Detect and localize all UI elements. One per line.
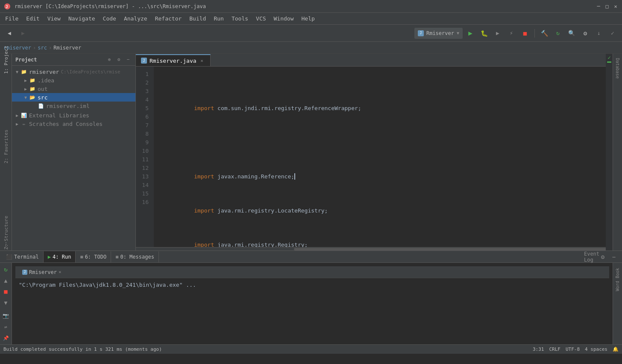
vcs-update-btn[interactable]: ↓	[593, 27, 605, 39]
tree-item-scratches[interactable]: ▶ ✏️ Scratches and Consoles	[12, 119, 135, 128]
tree-item-idea[interactable]: ▶ 📁 .idea	[12, 76, 135, 84]
run-restart-btn[interactable]: ↻	[1, 265, 11, 274]
sync-button[interactable]: ↻	[552, 27, 564, 39]
favorites-tool-btn[interactable]: 2: Favorites	[1, 141, 11, 151]
run-wrap-btn[interactable]: ⇌	[1, 322, 11, 332]
tree-item-iml[interactable]: ▶ 📄 rmiserver.iml	[12, 102, 135, 110]
title-left: J rmiserver [C:\IdeaProjects\rmiserver] …	[3, 3, 206, 10]
scrollbar-thumb[interactable]	[294, 248, 606, 250]
sidebar-settings-btn[interactable]: ⚙	[115, 56, 123, 64]
tree-item-root[interactable]: ▼ 📁 rmiserver C:\IdeaProjects\rmise	[12, 67, 135, 76]
menu-bar: File Edit View Navigate Code Analyze Ref…	[0, 13, 622, 25]
menu-view[interactable]: View	[44, 14, 64, 23]
line-ending[interactable]: CRLF	[549, 347, 560, 352]
terminal-label: Terminal	[14, 254, 39, 260]
menu-tools[interactable]: Tools	[228, 14, 252, 23]
build-button[interactable]: 🔨	[538, 27, 550, 39]
sidebar-title: Project	[15, 57, 37, 63]
menu-refactor[interactable]: Refactor	[152, 14, 185, 23]
profile-button[interactable]: ⚡	[505, 27, 517, 39]
commit-btn[interactable]: ✓	[607, 27, 619, 39]
notifications-icon[interactable]: 🔔	[613, 347, 619, 352]
menu-code[interactable]: Code	[100, 14, 120, 23]
folder-icon-root: 📁	[21, 68, 27, 75]
run-session-tab[interactable]: J Rmiserver ×	[19, 268, 65, 276]
scratches-icon: ✏️	[21, 120, 27, 127]
sidebar-add-btn[interactable]: ⊕	[106, 56, 113, 64]
maximize-button[interactable]: □	[604, 3, 610, 9]
menu-file[interactable]: File	[2, 14, 22, 23]
code-content[interactable]: import com.sun.jndi.rmi.registry.Referen…	[154, 67, 606, 247]
run-scroll-up-btn[interactable]: ▲	[1, 276, 11, 285]
menu-navigate[interactable]: Navigate	[65, 14, 99, 23]
terminal-tab[interactable]: ⬛ Terminal	[2, 251, 44, 262]
left-tool-strip: 1: Project 2: Favorites Z: Structure ⋮	[0, 54, 12, 250]
toolbar-back-btn[interactable]: ◀	[3, 27, 15, 39]
svg-text:J: J	[6, 5, 8, 9]
bottom-minimize-btn[interactable]: −	[609, 252, 619, 262]
status-bar: Build completed successfully in 1 s 321 …	[0, 344, 622, 354]
folder-icon-out: 📁	[29, 85, 36, 92]
project-sidebar: Project ⊕ ⚙ − ▼ 📁 rmiserver C:\IdeaProje…	[12, 54, 136, 250]
tree-label-iml: rmiserver.iml	[46, 103, 90, 109]
todo-tab[interactable]: ≡ 6: TODO	[76, 251, 111, 262]
tab-rmiserver[interactable]: J Rmiserver.java ×	[136, 54, 211, 66]
run-camera-btn[interactable]: 📷	[1, 311, 11, 320]
editor-scrollbar-h[interactable]	[136, 247, 606, 250]
menu-run[interactable]: Run	[210, 14, 227, 23]
breadcrumb-sep1: ›	[33, 45, 36, 51]
bottom-settings-btn[interactable]: ⚙	[598, 252, 607, 262]
close-button[interactable]: ✕	[613, 3, 619, 9]
menu-window[interactable]: Window	[270, 14, 297, 23]
tree-item-external[interactable]: ▶ 📊 External Libraries	[12, 111, 135, 119]
external-icon: 📊	[21, 112, 27, 119]
tab-close-btn[interactable]: ×	[199, 58, 205, 64]
debug-button[interactable]: 🐛	[478, 27, 490, 39]
messages-tab[interactable]: ≡ 0: Messages	[111, 251, 159, 262]
menu-vcs[interactable]: VCS	[252, 14, 269, 23]
tree-item-src[interactable]: ▼ 📂 src	[12, 93, 135, 102]
todo-icon: ≡	[80, 254, 83, 260]
minimize-button[interactable]: ─	[596, 3, 601, 9]
database-tool-btn[interactable]: Database	[614, 55, 621, 81]
coverage-button[interactable]: ▶	[492, 27, 504, 39]
right-gutter: ✓	[606, 54, 613, 250]
left-section-top: 1: Project	[0, 54, 12, 66]
run-session-close[interactable]: ×	[59, 269, 62, 275]
stop-button[interactable]: ■	[519, 27, 531, 39]
toolbar-forward-btn[interactable]: ▶	[17, 27, 29, 39]
indent-size[interactable]: 4 spaces	[585, 347, 607, 352]
project-tool-btn[interactable]: 1: Project	[1, 55, 11, 65]
search-everywhere-btn[interactable]: 🔍	[566, 27, 578, 39]
event-log-btn[interactable]: Event Log	[587, 252, 596, 262]
run-button[interactable]: ▶	[464, 27, 476, 39]
run-pin-btn[interactable]: 📌	[1, 333, 11, 343]
arrow-root: ▼	[14, 68, 21, 75]
encoding[interactable]: UTF-8	[566, 347, 580, 352]
tree-label-idea: .idea	[38, 77, 54, 84]
run-session-label: Rmiserver	[29, 269, 57, 275]
run-config-dropdown[interactable]: ▼	[457, 31, 459, 35]
menu-edit[interactable]: Edit	[23, 14, 43, 23]
run-tab[interactable]: ▶ 4: Run	[44, 251, 76, 262]
structure-tool-btn[interactable]: Z: Structure	[1, 227, 11, 238]
tree-item-out[interactable]: ▶ 📁 out	[12, 84, 135, 93]
toolbar: ◀ ▶ J Rmiserver ▼ ▶ 🐛 ▶ ⚡ ■ 🔨 ↻ 🔍 ⚙ ↓ ✓	[0, 25, 622, 42]
code-line-2	[161, 130, 606, 138]
word-book-label[interactable]: Word Book	[614, 265, 621, 294]
menu-help[interactable]: Help	[298, 14, 318, 23]
breadcrumb-src[interactable]: src	[38, 45, 47, 51]
settings-button[interactable]: ⚙	[579, 27, 591, 39]
menu-analyze[interactable]: Analyze	[120, 14, 151, 23]
menu-build[interactable]: Build	[186, 14, 209, 23]
cursor-position[interactable]: 3:31	[533, 347, 544, 352]
sidebar-tree: ▼ 📁 rmiserver C:\IdeaProjects\rmise ▶ 📁 …	[12, 66, 135, 250]
run-config[interactable]: J Rmiserver ▼	[414, 28, 463, 39]
run-output-text: "C:\Program Files\Java\jdk1.8.0_241\bin\…	[15, 278, 609, 291]
sidebar-collapse-btn[interactable]: −	[124, 56, 132, 64]
breadcrumb-file[interactable]: Rmiserver	[53, 45, 81, 51]
run-stop-btn[interactable]: ■	[1, 287, 11, 296]
code-editor[interactable]: 1 2 3 4 5 6 7 8 9 10 11 12 13 14 15 16	[136, 67, 606, 247]
app-logo: J	[3, 3, 11, 10]
run-scroll-down-btn[interactable]: ▼	[1, 298, 11, 307]
